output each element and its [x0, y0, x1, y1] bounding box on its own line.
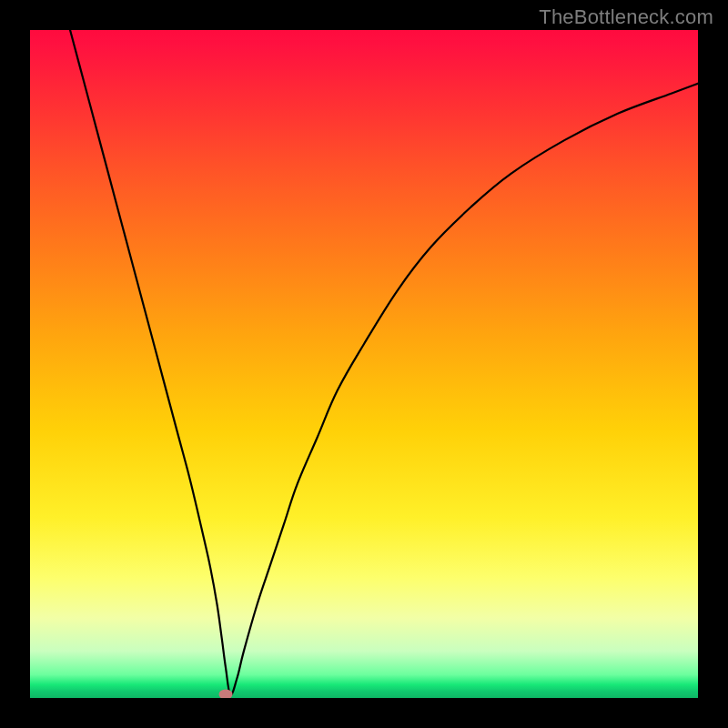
minimum-marker [219, 690, 233, 698]
chart-frame: TheBottleneck.com [0, 0, 728, 728]
line-curve [30, 30, 698, 698]
plot-area [30, 30, 698, 698]
watermark-text: TheBottleneck.com [539, 5, 713, 29]
